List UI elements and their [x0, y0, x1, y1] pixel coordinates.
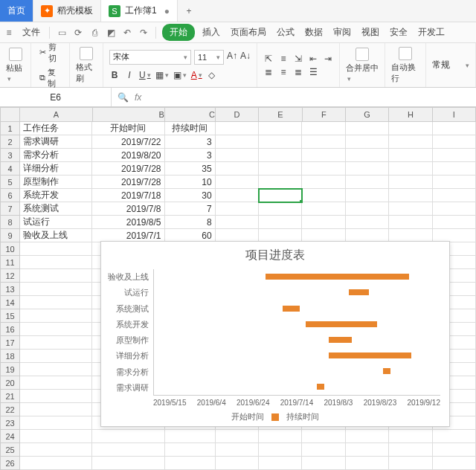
cell-C2[interactable]: 3: [165, 135, 216, 149]
indent-inc-icon[interactable]: ⇥: [323, 53, 333, 65]
cell-G8[interactable]: [346, 216, 389, 229]
align-just-icon[interactable]: ☰: [308, 66, 318, 78]
cell-B25[interactable]: [92, 443, 164, 457]
row-header-12[interactable]: 12: [0, 269, 20, 283]
cell-C5[interactable]: 10: [165, 176, 216, 189]
row-header-10[interactable]: 10: [0, 242, 20, 256]
cell-H6[interactable]: [389, 189, 432, 202]
col-header-C[interactable]: C: [165, 107, 216, 122]
row-header-17[interactable]: 17: [0, 336, 20, 350]
cell-C26[interactable]: [165, 457, 216, 470]
wrap-button[interactable]: 自动换行: [391, 47, 419, 84]
cell-B7[interactable]: 2019/7/8: [92, 202, 164, 216]
cell-B1[interactable]: 开始时间: [92, 122, 164, 135]
size-select[interactable]: 11▾: [194, 50, 224, 65]
cell-C24[interactable]: [165, 430, 216, 443]
cell-C6[interactable]: 30: [165, 189, 216, 202]
row-header-3[interactable]: 3: [0, 149, 20, 162]
cell-E8[interactable]: [259, 216, 302, 229]
row-header-15[interactable]: 15: [0, 309, 20, 323]
cell-F24[interactable]: [302, 430, 345, 443]
cell-I1[interactable]: [433, 122, 476, 135]
cell-D26[interactable]: [216, 457, 259, 470]
cell-G1[interactable]: [346, 122, 389, 135]
col-header-E[interactable]: E: [259, 107, 302, 122]
row-header-11[interactable]: 11: [0, 256, 20, 269]
cell-A5[interactable]: 原型制作: [20, 176, 92, 189]
row-header-5[interactable]: 5: [0, 176, 20, 189]
cell-B5[interactable]: 2019/7/28: [92, 176, 164, 189]
cell-D4[interactable]: [216, 162, 259, 176]
spreadsheet-grid[interactable]: ABCDEFGHI 1工作任务开始时间持续时间2需求调研2019/7/2233需…: [0, 107, 476, 470]
cell-D24[interactable]: [216, 430, 259, 443]
cell-I3[interactable]: [433, 149, 476, 162]
col-header-D[interactable]: D: [216, 107, 259, 122]
border-button[interactable]: ▦▾: [155, 69, 169, 81]
col-header-F[interactable]: F: [303, 107, 346, 122]
cell-C4[interactable]: 35: [165, 162, 216, 176]
bold-button[interactable]: B: [109, 69, 120, 81]
undo-icon[interactable]: ↶: [121, 27, 133, 39]
cell-A1[interactable]: 工作任务: [20, 122, 92, 135]
cell-B4[interactable]: 2019/7/28: [92, 162, 164, 176]
row-header-16[interactable]: 16: [0, 323, 20, 336]
cell-E3[interactable]: [259, 149, 302, 162]
gantt-chart[interactable]: 项目进度表 验收及上线试运行系统测试系统开发原型制作详细分析需求分析需求调研 2…: [100, 241, 450, 427]
row-header-9[interactable]: 9: [0, 229, 20, 242]
align-center-icon[interactable]: ≡: [278, 66, 289, 78]
cell-H24[interactable]: [389, 430, 432, 443]
cell-H26[interactable]: [389, 457, 432, 470]
col-header-I[interactable]: I: [433, 107, 476, 122]
ribbon-tab-start[interactable]: 开始: [162, 24, 195, 41]
cell-E7[interactable]: [259, 202, 302, 216]
cell-I26[interactable]: [433, 457, 476, 470]
select-all-corner[interactable]: [0, 107, 20, 122]
ribbon-tab-review[interactable]: 审阅: [330, 25, 354, 40]
cell-G26[interactable]: [346, 457, 389, 470]
cell-G7[interactable]: [346, 202, 389, 216]
cell-A20[interactable]: [20, 376, 92, 390]
cell-B26[interactable]: [92, 457, 164, 470]
cell-A19[interactable]: [20, 363, 92, 376]
tab-add-button[interactable]: +: [178, 0, 200, 22]
cell-I5[interactable]: [433, 176, 476, 189]
cell-A4[interactable]: 详细分析: [20, 162, 92, 176]
ribbon-tab-data[interactable]: 数据: [302, 25, 326, 40]
align-top-icon[interactable]: ⇱: [263, 53, 274, 65]
cell-A11[interactable]: [20, 256, 92, 269]
cell-A13[interactable]: [20, 283, 92, 296]
cell-D25[interactable]: [216, 443, 259, 457]
row-header-26[interactable]: 26: [0, 457, 20, 470]
col-header-H[interactable]: H: [389, 107, 432, 122]
redo-icon[interactable]: ↷: [138, 27, 149, 39]
cell-G3[interactable]: [346, 149, 389, 162]
cell-A9[interactable]: 验收及上线: [20, 229, 92, 242]
cell-E24[interactable]: [259, 430, 302, 443]
italic-button[interactable]: I: [124, 69, 135, 81]
ribbon-tab-layout[interactable]: 页面布局: [228, 25, 269, 40]
cell-C8[interactable]: 8: [165, 216, 216, 229]
cell-I8[interactable]: [433, 216, 476, 229]
cell-H5[interactable]: [389, 176, 432, 189]
cell-D2[interactable]: [216, 135, 259, 149]
cell-E1[interactable]: [259, 122, 302, 135]
cell-B3[interactable]: 2019/8/20: [92, 149, 164, 162]
row-header-22[interactable]: 22: [0, 403, 20, 416]
cut-button[interactable]: ✂ 剪切: [37, 41, 63, 65]
cell-A25[interactable]: [20, 443, 92, 457]
cell-A15[interactable]: [20, 309, 92, 323]
cell-H3[interactable]: [389, 149, 432, 162]
row-header-2[interactable]: 2: [0, 135, 20, 149]
cell-E6[interactable]: [259, 189, 302, 202]
row-header-23[interactable]: 23: [0, 416, 20, 430]
tab-workbook[interactable]: S工作簿1●: [101, 0, 178, 22]
cell-A18[interactable]: [20, 350, 92, 363]
cell-G24[interactable]: [346, 430, 389, 443]
cell-F1[interactable]: [302, 122, 345, 135]
cell-A6[interactable]: 系统开发: [20, 189, 92, 202]
cell-G4[interactable]: [346, 162, 389, 176]
cell-H4[interactable]: [389, 162, 432, 176]
cell-F2[interactable]: [302, 135, 345, 149]
align-bot-icon[interactable]: ⇲: [293, 53, 303, 65]
row-header-25[interactable]: 25: [0, 443, 20, 457]
